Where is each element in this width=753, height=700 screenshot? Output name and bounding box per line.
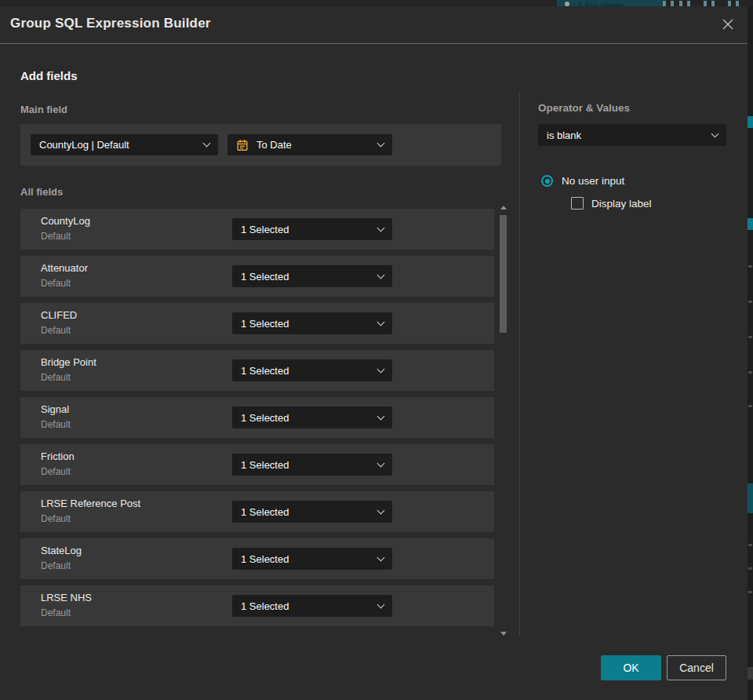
field-row: CLIFED Default 1 Selected — [20, 303, 494, 344]
main-field-dropdown[interactable]: CountyLog | Default — [31, 134, 218, 155]
field-selection-dropdown[interactable]: 1 Selected — [232, 359, 392, 381]
field-row: StateLog Default 1 Selected — [20, 538, 494, 579]
field-selection-value: 1 Selected — [241, 318, 289, 330]
field-name: LRSE NHS — [41, 592, 92, 603]
background-fragment — [748, 336, 752, 338]
calendar-icon — [236, 139, 249, 151]
titlebar-divider — [0, 43, 748, 44]
chevron-down-icon — [711, 129, 719, 137]
no-user-input-label: No user input — [562, 175, 624, 187]
field-selection-dropdown[interactable]: 1 Selected — [232, 218, 392, 240]
field-row: Attenuator Default 1 Selected — [20, 256, 494, 297]
ok-button[interactable]: OK — [601, 655, 661, 680]
scrollbar-thumb[interactable] — [500, 215, 507, 333]
field-selection-value: 1 Selected — [241, 224, 289, 235]
chevron-down-icon — [377, 412, 385, 420]
toolbar-icon-fragment — [679, 1, 690, 6]
background-fragment — [748, 218, 753, 230]
background-fragment — [748, 371, 752, 374]
field-row: LRSE NHS Default 1 Selected — [20, 585, 494, 626]
field-selection-dropdown[interactable]: 1 Selected — [232, 454, 392, 476]
main-field-dropdown-value: CountyLog | Default — [39, 139, 129, 151]
screen: Live view Group SQL Expression Builder — [0, 0, 753, 700]
date-field-dropdown-value: To Date — [256, 139, 292, 151]
chevron-down-icon — [377, 365, 385, 373]
no-user-input-radio[interactable]: No user input — [541, 175, 624, 187]
field-subtitle: Default — [41, 325, 71, 336]
field-subtitle: Default — [41, 466, 71, 477]
operator-dropdown-value: is blank — [547, 129, 581, 141]
radio-selected-icon — [541, 175, 553, 187]
background-app-header: Live view — [0, 0, 753, 6]
field-selection-dropdown[interactable]: 1 Selected — [232, 407, 392, 428]
field-selection-value: 1 Selected — [241, 412, 289, 424]
toolbar-icon-fragment — [728, 1, 739, 6]
field-selection-value: 1 Selected — [241, 506, 289, 518]
checkbox-unchecked-icon — [571, 197, 584, 210]
field-selection-value: 1 Selected — [241, 553, 289, 565]
field-name: Bridge Point — [41, 356, 96, 368]
chevron-down-icon — [377, 553, 385, 561]
live-view-toggle[interactable]: Live view — [557, 0, 663, 6]
field-row: LRSE Reference Post Default 1 Selected — [20, 491, 494, 532]
field-name: Friction — [41, 450, 75, 462]
field-selection-value: 1 Selected — [241, 271, 289, 283]
scroll-down-icon[interactable] — [500, 632, 507, 636]
field-name: Attenuator — [41, 262, 88, 274]
toolbar-icon-fragment — [663, 1, 674, 6]
field-subtitle: Default — [41, 560, 71, 571]
panel-divider — [519, 91, 520, 636]
cancel-button[interactable]: Cancel — [667, 655, 726, 680]
add-fields-heading: Add fields — [20, 69, 78, 82]
field-subtitle: Default — [41, 607, 71, 618]
background-fragment — [748, 567, 752, 570]
field-row: Friction Default 1 Selected — [20, 444, 494, 485]
field-subtitle: Default — [41, 231, 71, 242]
operator-dropdown[interactable]: is blank — [538, 124, 726, 146]
dialog-title: Group SQL Expression Builder — [10, 16, 211, 31]
main-field-panel: CountyLog | Default To Date — [20, 124, 501, 166]
group-sql-expression-builder-dialog: Group SQL Expression Builder Add fields … — [0, 6, 748, 700]
field-selection-dropdown[interactable]: 1 Selected — [232, 312, 392, 334]
live-view-label: Live view — [579, 1, 623, 6]
background-panel-sliver — [748, 6, 753, 700]
date-field-dropdown[interactable]: To Date — [227, 134, 392, 155]
background-fragment — [748, 265, 752, 268]
all-fields-label: All fields — [20, 186, 63, 198]
display-label-checkbox[interactable]: Display label — [571, 197, 652, 210]
background-fragment — [748, 544, 752, 546]
field-name: Signal — [41, 403, 69, 415]
background-fragment — [748, 483, 753, 513]
dialog-titlebar: Group SQL Expression Builder — [0, 6, 748, 43]
background-fragment — [748, 116, 753, 128]
field-subtitle: Default — [41, 372, 71, 383]
chevron-down-icon — [377, 506, 385, 514]
chevron-down-icon — [377, 224, 385, 232]
field-row: Signal Default 1 Selected — [20, 397, 494, 438]
field-selection-value: 1 Selected — [241, 365, 289, 377]
field-selection-dropdown[interactable]: 1 Selected — [232, 595, 392, 617]
operator-values-heading: Operator & Values — [538, 102, 630, 114]
background-fragment — [748, 591, 752, 593]
toolbar-icon-fragment — [704, 1, 715, 6]
field-subtitle: Default — [41, 278, 71, 289]
chevron-down-icon — [377, 459, 385, 467]
fields-scrollbar[interactable] — [500, 204, 507, 637]
field-name: LRSE Reference Post — [41, 498, 140, 509]
field-selection-dropdown[interactable]: 1 Selected — [232, 265, 392, 287]
background-fragment — [748, 405, 752, 407]
display-label-label: Display label — [591, 198, 652, 210]
all-fields-list: CountyLog Default 1 Selected Attenuator … — [20, 209, 494, 633]
scroll-up-icon[interactable] — [500, 206, 507, 210]
field-selection-dropdown[interactable]: 1 Selected — [232, 548, 392, 570]
chevron-down-icon — [377, 318, 385, 326]
field-name: CountyLog — [41, 215, 90, 227]
field-row: CountyLog Default 1 Selected — [20, 209, 494, 250]
close-icon[interactable] — [721, 16, 737, 32]
field-subtitle: Default — [41, 513, 71, 524]
field-subtitle: Default — [41, 419, 71, 430]
main-field-label: Main field — [20, 104, 67, 115]
background-fragment — [748, 301, 752, 303]
field-selection-dropdown[interactable]: 1 Selected — [232, 501, 392, 523]
chevron-down-icon — [377, 600, 385, 608]
